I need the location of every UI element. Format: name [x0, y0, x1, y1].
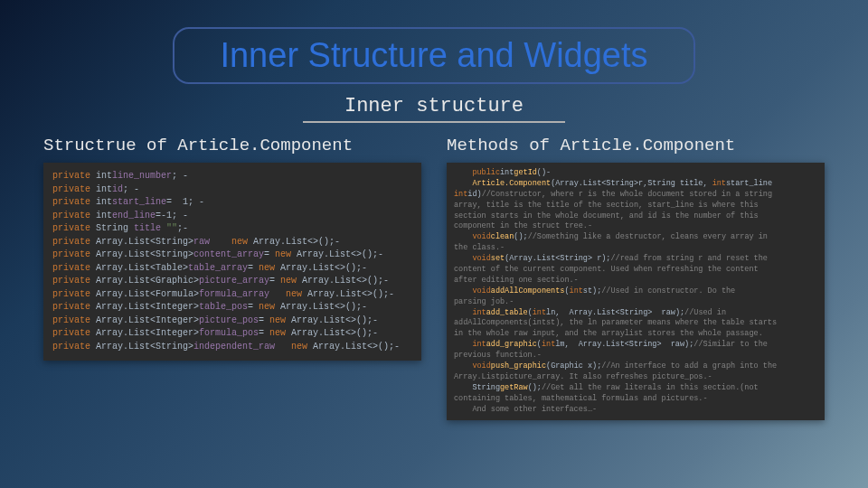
code-line: private Array.List<Integer>table_pos= ne… — [52, 301, 412, 314]
code-token: the class.- — [454, 243, 505, 252]
code-token: = — [248, 302, 259, 312]
code-line: Article.Component(Array.List<String>r,St… — [454, 179, 817, 190]
code-token: line_number — [112, 171, 172, 181]
code-token: new — [280, 276, 302, 286]
code-token: Array.Listpicture_array. It also refresh… — [454, 372, 712, 381]
code-token — [454, 308, 472, 317]
code-token: st); — [583, 286, 601, 296]
code-token: Array.List<Graphic> — [96, 276, 199, 286]
code-token: ; - — [172, 171, 188, 181]
code-line: voidset(Array.List<String> r);//read fro… — [454, 254, 817, 265]
columns: Structrue of Article.Component private i… — [36, 136, 832, 420]
code-token: //Get all the raw literals in this secti… — [542, 383, 759, 392]
code-token: //Used in — [684, 308, 726, 317]
code-token: (Array.List<String> r); — [505, 254, 610, 263]
code-token: = — [248, 263, 259, 273]
code-token: private — [52, 263, 96, 273]
code-line: Array.Listpicture_array. It also refresh… — [454, 372, 817, 383]
code-token: = — [269, 276, 280, 286]
code-token — [454, 254, 472, 263]
code-token: void — [472, 254, 490, 263]
code-token: //An interface to add a graph into the — [601, 361, 777, 371]
slide-container: Inner Structure and Widgets Inner struct… — [0, 0, 868, 488]
code-line: private Array.List<String>independent_ra… — [52, 341, 412, 354]
code-token: formula_array — [199, 289, 286, 299]
code-token: section starts in the whole document, an… — [454, 211, 759, 221]
code-line: intid)//Constructor, where r is the whol… — [454, 190, 817, 201]
code-token — [454, 340, 472, 349]
code-token: int — [472, 308, 486, 317]
code-token — [454, 168, 472, 177]
code-line: private Array.List<String>raw new Array.… — [52, 236, 412, 249]
code-token: private — [52, 171, 96, 181]
code-token: formula_pos — [199, 328, 259, 338]
code-token: private — [52, 237, 96, 247]
code-token: picture_array — [199, 276, 269, 286]
code-token: id — [112, 184, 123, 194]
code-token: picture_pos — [199, 315, 259, 325]
code-token: (Graphic x); — [546, 361, 601, 371]
code-token: ;- — [177, 223, 188, 233]
code-token: //Similar to the — [693, 340, 768, 349]
code-token: private — [52, 223, 96, 233]
code-token: = — [264, 249, 275, 259]
code-token: int — [96, 171, 112, 181]
code-token: new — [231, 237, 253, 247]
code-line: content of the current component. Used w… — [454, 265, 817, 276]
code-token: start_line — [726, 179, 772, 188]
code-line: in the whole raw input, and the arraylis… — [454, 329, 817, 340]
code-token: int — [472, 340, 486, 349]
code-token — [454, 361, 472, 371]
code-token: int — [454, 190, 467, 199]
code-line: private intend_line=-1; - — [52, 210, 412, 223]
left-column: Structrue of Article.Component private i… — [43, 136, 421, 420]
code-line: after editing one section.- — [454, 276, 817, 286]
slide-title: Inner Structure and Widgets — [220, 36, 647, 75]
code-token: containing tables, mathematical formulas… — [454, 394, 708, 403]
code-token: clean — [491, 232, 514, 241]
code-token: new — [259, 302, 280, 312]
code-token: content_array — [193, 249, 264, 259]
code-token: getRaw — [500, 383, 528, 392]
code-token: title — [134, 223, 166, 233]
code-token: Array.List<Integer> — [96, 328, 199, 338]
code-token: ()- — [537, 168, 551, 177]
code-token: = — [259, 315, 269, 325]
code-token — [454, 179, 472, 188]
code-line: the class.- — [454, 243, 817, 254]
code-token: private — [52, 342, 96, 352]
code-line: private Array.List<String>content_array=… — [52, 249, 412, 262]
code-token: int — [570, 286, 583, 296]
code-token: new — [269, 315, 291, 325]
code-token: new — [275, 249, 297, 259]
code-token: independent_raw — [193, 342, 291, 352]
code-token: int — [712, 179, 726, 188]
code-token: component in the struct tree.- — [454, 221, 592, 230]
code-token: int — [96, 211, 112, 221]
code-token: (); — [514, 232, 527, 241]
code-line: previous function.- — [454, 351, 817, 361]
code-token: int — [96, 197, 112, 207]
code-token: ; - — [123, 184, 139, 194]
code-token: parsing job.- — [454, 297, 514, 306]
code-line: private Array.List<Integer>picture_pos= … — [52, 314, 412, 328]
code-line: private intstart_line= 1; - — [52, 196, 412, 210]
code-line: And some other interfaces…- — [454, 405, 817, 416]
code-token: String — [96, 223, 134, 233]
code-line: addAllComponents(intst), the ln paramete… — [454, 318, 817, 329]
code-line: array, title is the title of the section… — [454, 201, 817, 211]
code-token: Array.List<String> — [96, 237, 193, 247]
slide-subtitle: Inner structure — [36, 95, 832, 117]
code-token: private — [52, 302, 96, 312]
code-line: StringgetRaw();//Get all the raw literal… — [454, 383, 817, 394]
code-line: parsing job.- — [454, 297, 817, 308]
code-token: void — [472, 286, 490, 296]
code-token: id) — [467, 190, 481, 199]
code-token: int — [500, 168, 514, 177]
code-token: int — [542, 340, 555, 349]
code-token: Array.List<Integer> — [96, 315, 199, 325]
code-token: int — [96, 184, 112, 194]
code-token: Array.List<String> — [96, 342, 193, 352]
code-token: Article.Component — [472, 179, 551, 188]
code-token: (); — [528, 383, 542, 392]
